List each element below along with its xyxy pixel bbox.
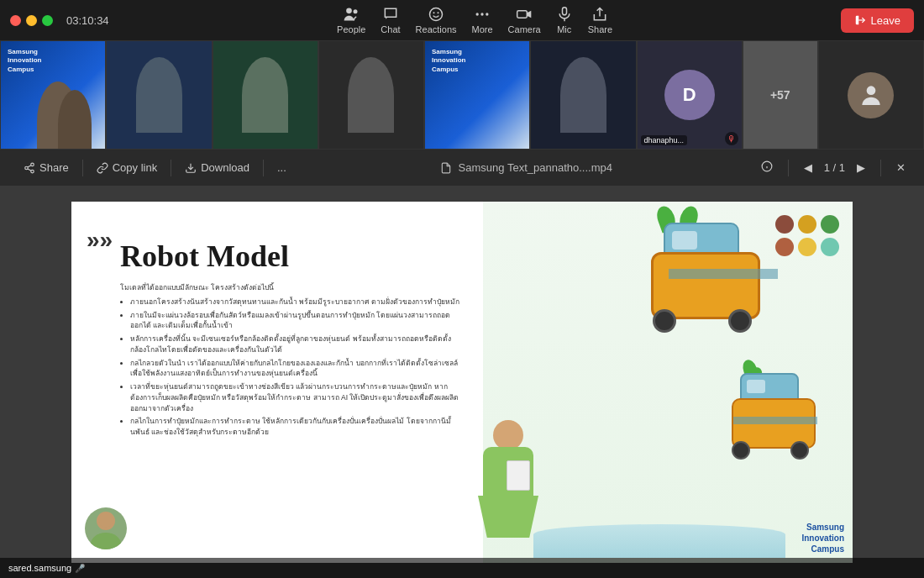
- avatar-d: D: [664, 70, 715, 120]
- slide-right: SamsungInnovationCampus: [483, 202, 853, 563]
- presenter-skirt: [478, 496, 538, 538]
- samsung-brand: SamsungInnovationCampus: [801, 522, 844, 554]
- chat-label: Chat: [381, 24, 400, 34]
- toolbar-divider-4: [788, 160, 789, 176]
- toolbar-divider-1: [82, 160, 83, 176]
- thai-intro: โมเดลที่ได้ออกแบบมีลักษณะ โครงสร้างดังต่…: [120, 282, 459, 293]
- page-info: 1 / 1: [824, 161, 845, 174]
- reactions-button[interactable]: Reactions: [416, 6, 457, 34]
- more-options-label: ...: [277, 161, 286, 174]
- svg-point-1: [354, 9, 358, 13]
- mic-button[interactable]: Mic: [556, 6, 573, 34]
- svg-point-15: [31, 170, 34, 173]
- toolbar-divider-5: [880, 160, 881, 176]
- slide-body-text: โมเดลที่ได้ออกแบบมีลักษณะ โครงสร้างดังต่…: [120, 282, 459, 438]
- toolbar-divider-3: [263, 160, 264, 176]
- share-label: Share: [39, 161, 69, 174]
- people-button[interactable]: People: [337, 6, 365, 34]
- sic-label-1: SamsungInnovationCampus: [8, 48, 41, 74]
- robot-s-wheel-right: [790, 441, 809, 460]
- video-thumb-2[interactable]: [106, 40, 212, 150]
- share-top-button[interactable]: Share: [588, 6, 612, 34]
- next-page-button[interactable]: ▶: [852, 160, 870, 176]
- chevron-top: »»: [87, 227, 113, 254]
- svg-point-4: [438, 12, 439, 13]
- slide-title: Robot Model: [120, 239, 459, 274]
- video-strip: SamsungInnovationCampus SamsungInnovatio…: [0, 40, 924, 150]
- svg-point-12: [867, 86, 876, 95]
- svg-line-17: [28, 165, 31, 166]
- participant-name-7: dhanaphu...: [641, 135, 688, 145]
- slide-left: »» Robot Model โมเดลที่ได้ออกแบบมีลักษณะ…: [71, 202, 483, 563]
- window-controls: [10, 15, 53, 26]
- close-viewer-button[interactable]: ✕: [891, 160, 911, 176]
- prev-page-button[interactable]: ◀: [799, 160, 817, 176]
- plus-participants: +57: [743, 41, 817, 149]
- swatch-6: [821, 238, 839, 256]
- muted-icon-7: 🎙: [725, 132, 738, 145]
- bottom-status-bar: sared.samsung 🎤: [0, 558, 924, 578]
- robot-stripe: [669, 269, 778, 279]
- robot-wheel-left: [653, 309, 676, 333]
- copy-link-label: Copy link: [113, 161, 157, 174]
- bullet-2: ภายในมีจะแผ่นวงล้อรอบเพื่อกันสัตว์หรือแม…: [130, 310, 459, 332]
- swatch-3: [821, 215, 839, 234]
- more-options-button[interactable]: ...: [267, 158, 297, 177]
- camera-button[interactable]: Camera: [508, 6, 541, 34]
- download-label: Download: [201, 161, 249, 174]
- call-timer: 03:10:34: [66, 14, 109, 27]
- video-thumb-5[interactable]: SamsungInnovationCampus: [424, 40, 530, 150]
- leave-button[interactable]: Leave: [841, 8, 914, 33]
- toolbar-center: Samsung Text_pannatho....mp4: [297, 161, 756, 174]
- svg-point-24: [98, 512, 113, 528]
- sic-label-5: SamsungInnovationCampus: [432, 48, 465, 74]
- robot-body-small: [718, 370, 836, 462]
- share-button[interactable]: Share: [13, 158, 79, 177]
- video-thumb-4[interactable]: [318, 40, 424, 150]
- bullet-3: หลักการเครื่องที่นั้น จะมีเซนเซอร์หรือกล…: [130, 334, 459, 355]
- more-button[interactable]: More: [472, 6, 493, 34]
- window-minimize-button[interactable]: [26, 15, 37, 26]
- video-thumb-7[interactable]: D dhanaphu... 🎙: [637, 40, 743, 150]
- file-icon: [440, 162, 452, 174]
- robot-wheel-right: [728, 309, 752, 333]
- toolbar: Share Copy link Download ... Samsung Tex…: [0, 150, 924, 187]
- svg-point-14: [25, 166, 29, 170]
- reactions-label: Reactions: [416, 24, 457, 34]
- copy-link-button[interactable]: Copy link: [87, 158, 167, 177]
- user-mic-icon: 🎤: [75, 564, 85, 573]
- window-maximize-button[interactable]: [42, 15, 53, 26]
- svg-line-16: [28, 168, 31, 170]
- robot-small: [718, 370, 836, 462]
- toolbar-divider-2: [171, 160, 171, 176]
- window-close-button[interactable]: [10, 15, 21, 26]
- video-thumb-9[interactable]: [818, 40, 924, 150]
- svg-point-6: [480, 13, 483, 15]
- svg-point-7: [486, 13, 488, 15]
- people-label: People: [337, 24, 365, 34]
- video-thumb-3[interactable]: [213, 40, 318, 150]
- svg-point-3: [433, 12, 435, 13]
- video-thumb-plus[interactable]: +57: [743, 40, 818, 150]
- info-button[interactable]: [756, 159, 778, 176]
- svg-point-5: [476, 13, 479, 15]
- chat-button[interactable]: Chat: [381, 6, 400, 34]
- main-content: »» Robot Model โมเดลที่ได้ออกแบบมีลักษณะ…: [0, 187, 924, 578]
- svg-rect-8: [517, 11, 528, 18]
- svg-point-2: [430, 8, 443, 21]
- robot-s-wheel-left: [732, 441, 750, 460]
- more-label: More: [472, 24, 493, 34]
- bullet-6: กลไกในการทำปุ๋ยหมักและการทำกระดาษ ใช้หลั…: [130, 416, 459, 438]
- top-bar-left: 03:10:34: [10, 14, 109, 27]
- svg-rect-9: [562, 8, 566, 15]
- top-bar: 03:10:34 People Chat Reactions More Came…: [0, 0, 924, 40]
- slide-container: »» Robot Model โมเดลที่ได้ออกแบบมีลักษณะ…: [71, 202, 853, 563]
- video-thumb-1[interactable]: SamsungInnovationCampus: [0, 40, 106, 150]
- file-name: Samsung Text_pannatho....mp4: [459, 161, 612, 174]
- leave-label: Leave: [871, 14, 900, 27]
- svg-point-23: [91, 533, 121, 549]
- video-thumb-6[interactable]: [530, 40, 636, 150]
- presenter-avatar: [85, 507, 127, 549]
- camera-label: Camera: [508, 24, 541, 34]
- download-button[interactable]: Download: [175, 158, 260, 177]
